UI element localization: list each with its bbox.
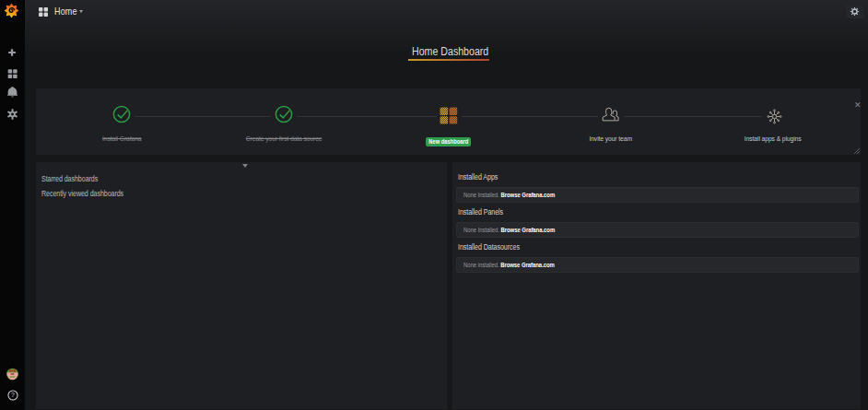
svg-text:?: ? (11, 392, 15, 398)
